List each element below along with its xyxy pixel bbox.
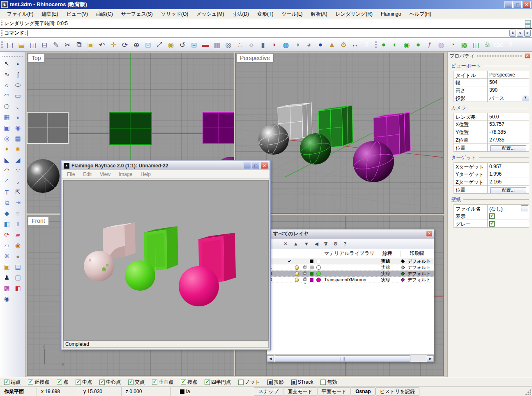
left-toolbar-button[interactable]: ≡ [13,208,23,219]
toolbar-button[interactable]: ⊕ [131,39,142,51]
checkbox[interactable] [238,380,244,385]
resize-grip[interactable] [525,389,531,395]
wallpaper-show-checkbox[interactable] [489,213,495,219]
osnap-toggle[interactable]: 投影 [267,379,284,386]
layer-lock-icon[interactable] [303,266,306,269]
toolbar-button[interactable]: ⬓ [16,39,27,51]
layers-close-button[interactable]: ✕ [426,231,433,237]
osnap-toggle[interactable]: 垂直点 [152,379,173,386]
left-toolbar-button[interactable]: ◗ [13,112,23,123]
command-input[interactable]: コマンド: ⇕ < > [0,29,532,38]
column-print-width[interactable]: 印刷幅 [410,250,424,257]
menu-item[interactable]: 変形(T) [253,9,277,19]
camera-place-button[interactable]: 配置... [490,145,526,151]
render-toolbar-button[interactable]: ◫ [470,39,481,51]
toolbar-button[interactable]: ● [315,39,326,51]
toolbar-button[interactable]: ? [361,39,372,51]
layers-toolbar-button[interactable]: ▼ [304,241,309,247]
camera-y-value[interactable]: -78.385 [488,128,529,136]
properties-close-button[interactable]: ✕ [524,53,530,59]
checkbox[interactable] [57,380,62,385]
toolbar-button[interactable]: ✎ [50,39,62,51]
toolbar-button[interactable]: ✂ [62,39,73,51]
checkbox[interactable] [76,380,81,385]
menu-item[interactable]: ソリッド(O) [157,9,192,19]
render-toolbar-button[interactable]: ♧ [481,39,493,51]
render-toolbar-button[interactable]: ● [412,39,424,51]
menu-item[interactable]: 曲線(C) [92,9,117,19]
left-toolbar-button[interactable]: ∵ [13,165,23,176]
left-toolbar-button[interactable]: ▦ [2,112,12,123]
camera-z-value[interactable]: 27.935 [488,136,529,144]
render-toolbar-button[interactable]: ? [504,39,516,51]
flamingo-render-window[interactable]: ✶ Flamingo Raytrace 2.0 (1:1): Unnamed-2… [61,160,270,350]
layer-print-color[interactable] [401,278,405,282]
left-toolbar-button[interactable]: ✸ [13,144,23,155]
checkbox[interactable] [152,380,157,385]
left-toolbar-button[interactable]: ▢ [13,272,23,283]
layer-row[interactable]: 実線 デフォルト [267,258,434,264]
left-toolbar-button[interactable]: ◉ [13,240,23,251]
left-toolbar-button[interactable]: ⬭ [13,80,23,90]
left-toolbar-button[interactable]: ◧ [13,283,23,294]
left-toolbar-button[interactable]: ◠ [2,90,12,101]
flamingo-menu-item[interactable]: Help [137,171,154,178]
toolbar-button[interactable]: ▬ [200,39,211,51]
osnap-toggle[interactable]: 点 [57,379,68,386]
close-button[interactable]: ✕ [523,1,531,8]
left-toolbar-button[interactable]: ▣ [2,123,12,133]
grip[interactable] [477,54,522,58]
osnap-toggle[interactable]: 近接点 [28,379,49,386]
layer-pane[interactable]: la [176,387,254,396]
layer-on-bulb-icon[interactable] [295,271,299,276]
status-toggle-button[interactable]: スナップ [254,387,283,396]
viewport-perspective-label[interactable]: Perspective [236,54,274,63]
flamingo-menu-item[interactable]: View [96,171,114,178]
toolbar-button[interactable]: ◗ [269,39,280,51]
viewport-title-value[interactable]: Perspective [488,71,529,78]
left-toolbar-button[interactable]: ◢ [13,155,23,165]
history-expand-button-2[interactable]: ▪ [525,24,531,28]
maximize-button[interactable]: □ [514,1,522,8]
layers-toolbar-button[interactable]: ∇ [324,241,327,247]
osnap-toggle[interactable]: 接点 [181,379,197,386]
toolbar-button[interactable]: ↶ [96,39,108,51]
layers-toolbar-button[interactable]: ⚙ [333,241,338,247]
viewport-width-value[interactable]: 504 [488,79,529,86]
toolbar-button[interactable]: ∴ [234,39,246,51]
left-toolbar-button[interactable]: ⇥ [13,197,23,208]
left-toolbar-button[interactable]: ⇱ [13,187,23,197]
layers-toolbar-button[interactable]: ◀ [315,241,318,247]
toolbar-button[interactable]: ↺ [177,39,188,51]
menu-item[interactable]: ツール(L) [278,9,306,19]
layer-material-swatch[interactable] [316,271,321,276]
render-toolbar-button[interactable]: ▩ [458,39,470,51]
toolbar-button[interactable]: ▢ [4,39,16,51]
left-toolbar-button[interactable]: ◧ [2,219,12,229]
render-toolbar-button[interactable]: ◔ [447,39,458,51]
layer-material-swatch[interactable] [316,278,321,282]
left-toolbar-button[interactable]: ⧉ [2,197,12,208]
toolbar-button[interactable]: ◫ [27,39,39,51]
osnap-toggle[interactable]: 交点 [128,379,145,386]
left-toolbar-button[interactable]: ▭ [13,90,23,101]
toolbar-button[interactable]: ⧉ [73,39,85,51]
toolbar-button[interactable]: ⤢ [154,39,165,51]
wallpaper-file-value[interactable]: (なし) ... [488,205,529,212]
osnap-toggle[interactable]: 中心点 [99,379,121,386]
flamingo-maximize-button[interactable]: □ [252,162,260,169]
left-toolbar-button[interactable]: ◜ [2,176,12,187]
toolbar-button[interactable]: ◎ [223,39,234,51]
menu-item[interactable]: メッシュ(M) [193,9,228,19]
layer-print-color[interactable] [401,259,405,264]
checkbox[interactable] [267,380,273,385]
projection-dropdown[interactable]: パース ▼ [488,94,529,102]
toolbar-button[interactable]: ☼ [246,39,257,51]
toolbar-button[interactable]: ↔ [349,39,361,51]
scrollbar-thumb[interactable] [275,355,410,362]
menu-item[interactable]: ヘルプ(H) [405,9,435,19]
menu-item[interactable]: ファイル(F) [3,9,37,19]
layer-material-swatch[interactable] [316,259,321,264]
layer-color-swatch[interactable] [310,266,313,269]
left-toolbar-button[interactable]: ↖ [2,58,12,69]
